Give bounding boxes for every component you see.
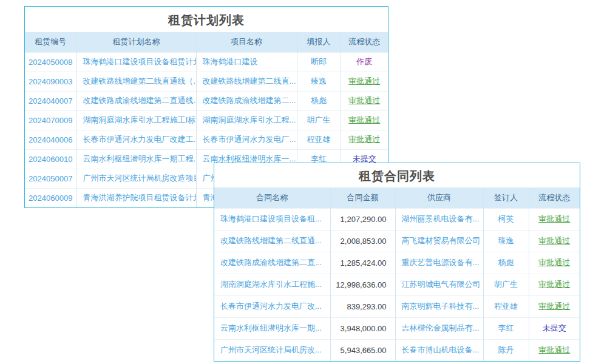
supplier-link[interactable]: 湖州丽景机电设备有... (395, 208, 483, 230)
project-name-link[interactable]: 珠海鹤港口建设 (196, 52, 297, 72)
signer-link[interactable]: 臻逸 (483, 230, 529, 252)
lease-contract-list-title: 租赁合同列表 (214, 163, 580, 187)
contract-name-link[interactable]: 广州市天河区统计局机房改... (214, 339, 330, 361)
reporter-link[interactable]: 杨彪 (297, 91, 341, 110)
col-header-contract-amount: 合同金额 (330, 187, 395, 208)
supplier-link[interactable]: 重庆艺普电源设备有... (395, 252, 483, 274)
lease-contract-table: 合同名称 合同金额 供应商 签订人 流程状态 珠海鹤港口建设项目设备租... 1… (214, 187, 580, 361)
table-row: 广州市天河区统计局机房改... 5,943,665.00 长春市博山机电设备..… (214, 339, 580, 361)
reporter-link[interactable]: 程亚雄 (297, 130, 341, 149)
signer-link[interactable]: 杨彪 (483, 252, 529, 274)
contract-amount: 3,948,000.00 (330, 317, 395, 339)
table-row: 2024090003 改建铁路线增建第二线直通线（... 改建铁路线增建第二线直… (25, 72, 388, 91)
status-badge[interactable]: 审批通过 (529, 295, 580, 317)
reporter-link[interactable]: 断郎 (297, 52, 341, 72)
status-badge[interactable]: 审批通过 (529, 230, 580, 252)
col-header-project-name: 项目名称 (196, 32, 297, 52)
table-row: 珠海鹤港口建设项目设备租... 1,207,290.00 湖州丽景机电设备有..… (214, 208, 580, 230)
supplier-link[interactable]: 南京明辉电子科技有... (395, 295, 483, 317)
supplier-link[interactable]: 长春市博山机电设备... (395, 339, 483, 361)
plan-name-link[interactable]: 改建铁路线增建第二线直通线（... (76, 72, 196, 91)
table-row: 长春市伊通河水力发电厂改... 839,293.00 南京明辉电子科技有... … (214, 295, 580, 317)
status-badge[interactable]: 审批通过 (341, 130, 388, 149)
contract-header-row: 合同名称 合同金额 供应商 签订人 流程状态 (214, 187, 580, 208)
lease-id-link[interactable]: 2024060010 (25, 149, 76, 169)
table-row: 云南水利枢纽潜明水库一期... 3,948,000.00 吉林楷伦金属制品有..… (214, 317, 580, 339)
project-name-link[interactable]: 长春市伊通河水力发电厂... (196, 130, 297, 149)
lease-id-link[interactable]: 2024070009 (25, 110, 76, 130)
table-row: 2024040006 长春市伊通河水力发电厂改建工... 长春市伊通河水力发电厂… (25, 130, 388, 149)
contract-amount: 5,943,665.00 (330, 339, 395, 361)
lease-id-link[interactable]: 2024040007 (25, 91, 76, 110)
contract-amount: 839,293.00 (330, 295, 395, 317)
contract-name-link[interactable]: 改建铁路成渝线增建第二直... (214, 252, 330, 274)
col-header-reporter: 填报人 (297, 32, 341, 52)
col-header-lease-id: 租赁编号 (25, 32, 76, 52)
reporter-link[interactable]: 臻逸 (297, 72, 341, 91)
col-header-status: 流程状态 (529, 187, 580, 208)
plan-name-link[interactable]: 云南水利枢纽潜明水库一期工程... (76, 149, 196, 169)
status-badge[interactable]: 审批通过 (529, 339, 580, 361)
status-badge[interactable]: 作废 (341, 52, 388, 72)
contract-name-link[interactable]: 长春市伊通河水力发电厂改... (214, 295, 330, 317)
plan-name-link[interactable]: 珠海鹤港口建设项目设备租赁计划 (76, 52, 196, 72)
status-badge[interactable]: 审批通过 (529, 208, 580, 230)
signer-link[interactable]: 陈丹 (483, 339, 529, 361)
reporter-link[interactable]: 胡广生 (297, 110, 341, 130)
signer-link[interactable]: 柯英 (483, 208, 529, 230)
plan-name-link[interactable]: 湖南洞庭湖水库引水工程施工Ⅰ标... (76, 110, 196, 130)
signer-link[interactable]: 胡广生 (483, 274, 529, 295)
table-row: 改建铁路线增建第二线直通... 2,008,853.00 高飞建材贸易有限公司 … (214, 230, 580, 252)
supplier-link[interactable]: 吉林楷伦金属制品有... (395, 317, 483, 339)
lease-contract-list-panel: 租赁合同列表 合同名称 合同金额 供应商 签订人 流程状态 珠海鹤港口建设项目设… (214, 163, 580, 362)
contract-name-link[interactable]: 珠海鹤港口建设项目设备租... (214, 208, 330, 230)
col-header-supplier: 供应商 (395, 187, 483, 208)
lease-id-link[interactable]: 2024090003 (25, 72, 76, 91)
table-row: 2024070009 湖南洞庭湖水库引水工程施工Ⅰ标... 湖南洞庭湖水库引水工… (25, 110, 388, 130)
table-row: 湖南洞庭湖水库引水工程施... 12,998,636.00 江苏明城电气有限公司… (214, 274, 580, 295)
lease-id-link[interactable]: 2024040006 (25, 130, 76, 149)
lease-id-link[interactable]: 2024060009 (25, 188, 76, 207)
contract-amount: 1,207,290.00 (330, 208, 395, 230)
lease-id-link[interactable]: 2024050007 (25, 169, 76, 188)
status-badge[interactable]: 未提交 (529, 317, 580, 339)
project-name-link[interactable]: 湖南洞庭湖水库引水工程... (196, 110, 297, 130)
contract-amount: 1,285,424.00 (330, 252, 395, 274)
supplier-link[interactable]: 高飞建材贸易有限公司 (395, 230, 483, 252)
status-badge[interactable]: 审批通过 (341, 72, 388, 91)
table-row: 改建铁路成渝线增建第二直... 1,285,424.00 重庆艺普电源设备有..… (214, 252, 580, 274)
contract-name-link[interactable]: 改建铁路线增建第二线直通... (214, 230, 330, 252)
plan-name-link[interactable]: 青海洪湖养护院项目租赁设备计划 (76, 188, 196, 207)
supplier-link[interactable]: 江苏明城电气有限公司 (395, 274, 483, 295)
col-header-contract-name: 合同名称 (214, 187, 330, 208)
contract-name-link[interactable]: 湖南洞庭湖水库引水工程施... (214, 274, 330, 295)
table-row: 2024040007 改建铁路成渝线增建第二直通线... 改建铁路成渝线增建第二… (25, 91, 388, 110)
col-header-status: 流程状态 (341, 32, 388, 52)
status-badge[interactable]: 审批通过 (529, 274, 580, 295)
plan-name-link[interactable]: 广州市天河区统计局机房改造项目 (76, 169, 196, 188)
contract-amount: 12,998,636.00 (330, 274, 395, 295)
signer-link[interactable]: 李红 (483, 317, 529, 339)
table-row: 2024050008 珠海鹤港口建设项目设备租赁计划 珠海鹤港口建设 断郎 作废 (25, 52, 388, 72)
project-name-link[interactable]: 改建铁路线增建第二线直... (196, 72, 297, 91)
plan-name-link[interactable]: 长春市伊通河水力发电厂改建工... (76, 130, 196, 149)
plan-header-row: 租赁编号 租赁计划名称 项目名称 填报人 流程状态 (25, 32, 388, 52)
signer-link[interactable]: 程亚雄 (483, 295, 529, 317)
col-header-plan-name: 租赁计划名称 (76, 32, 196, 52)
contract-name-link[interactable]: 云南水利枢纽潜明水库一期... (214, 317, 330, 339)
lease-id-link[interactable]: 2024050008 (25, 52, 76, 72)
status-badge[interactable]: 审批通过 (341, 91, 388, 110)
contract-amount: 2,008,853.00 (330, 230, 395, 252)
col-header-signer: 签订人 (483, 187, 529, 208)
status-badge[interactable]: 审批通过 (529, 252, 580, 274)
lease-plan-list-title: 租赁计划列表 (25, 7, 388, 32)
plan-name-link[interactable]: 改建铁路成渝线增建第二直通线... (76, 91, 196, 110)
project-name-link[interactable]: 改建铁路成渝线增建第二... (196, 91, 297, 110)
status-badge[interactable]: 审批通过 (341, 110, 388, 130)
